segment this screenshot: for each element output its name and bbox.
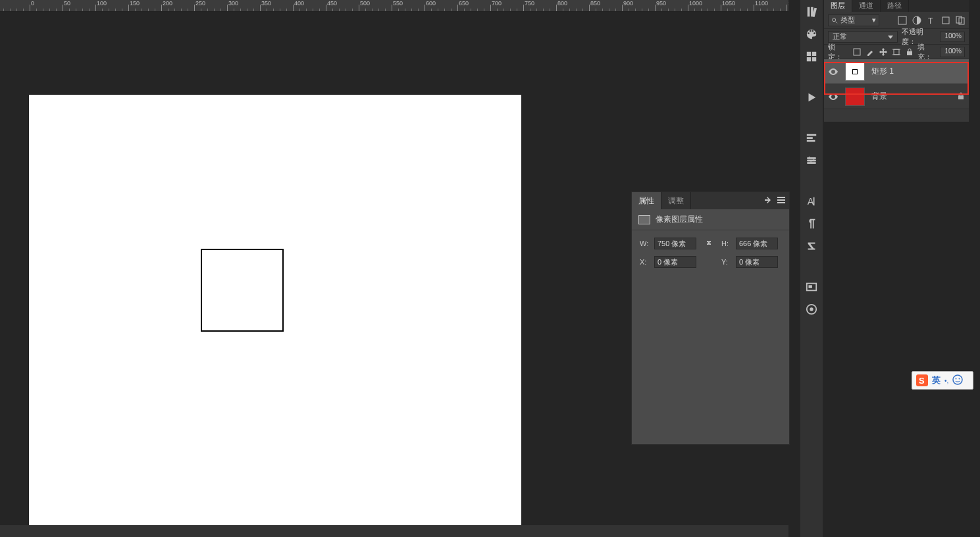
glyphs-icon[interactable] [805,240,818,253]
opacity-input[interactable]: 100% [940,32,965,42]
tab-properties[interactable]: 属性 [632,192,661,209]
lock-artboard-icon[interactable] [892,48,900,56]
dock-icon-strip: A [800,0,823,537]
horizontal-scrollbar[interactable] [0,525,788,537]
blend-mode-value: 正常 [833,32,847,41]
filter-shape-icon[interactable] [941,16,950,25]
height-label: H: [721,240,731,247]
tab-paths[interactable]: 路径 [881,0,909,12]
sogou-logo-icon[interactable]: S [916,374,928,386]
fill-input[interactable]: 100% [940,47,965,57]
svg-point-6 [833,18,836,21]
lock-pixels-icon[interactable] [866,48,874,56]
layers-panel: 图层 通道 路径 类型 ▾ T 正常 不透明度： 100% 锁定： [824,0,969,122]
y-label: Y: [721,258,731,266]
svg-rect-14 [854,49,860,55]
collapse-icon[interactable] [764,196,772,205]
adjust-icon[interactable] [805,154,818,167]
lock-position-icon[interactable] [879,48,887,56]
svg-text:A: A [808,196,814,207]
visibility-toggle-icon[interactable] [828,66,838,77]
width-input[interactable] [654,238,696,249]
info-circle-icon[interactable] [805,303,818,316]
link-dimensions-icon[interactable] [702,239,716,248]
svg-rect-18 [907,51,912,55]
navigator-icon[interactable] [805,280,818,294]
ime-punct-icon[interactable]: •, [944,377,948,384]
x-label: X: [640,258,649,266]
svg-text:T: T [928,16,933,25]
properties-subtitle: 像素图层属性 [656,214,703,225]
svg-line-7 [836,21,838,23]
width-label: W: [640,240,649,247]
ime-toolbar[interactable]: S 英 •, [912,371,973,390]
svg-rect-15 [894,49,899,55]
layer-thumbnail[interactable] [845,88,865,106]
lock-all-icon[interactable] [906,48,914,56]
tab-adjustments[interactable]: 调整 [661,192,691,209]
ruler-horizontal: 0501001502002503003504004505005506006507… [0,0,788,12]
tab-channels[interactable]: 通道 [852,0,881,12]
svg-point-5 [810,307,813,311]
svg-point-22 [953,375,962,384]
svg-text:S: S [919,376,925,386]
svg-point-23 [956,378,957,380]
emoji-icon[interactable] [952,374,963,386]
align-icon[interactable] [805,132,818,145]
lock-transparent-icon[interactable] [853,48,861,56]
filter-pixel-icon[interactable] [898,16,907,25]
svg-rect-11 [942,17,949,24]
filter-type-label: 类型 [840,15,855,25]
svg-rect-19 [958,95,964,99]
height-input[interactable] [736,238,778,249]
filter-type-select[interactable]: 类型 ▾ [828,14,879,26]
lock-label: 锁定： [828,42,849,62]
lock-icon [957,92,965,101]
document-canvas[interactable] [29,95,521,532]
paragraph-icon[interactable] [805,217,818,230]
history-icon[interactable] [805,5,818,18]
swatches-icon[interactable] [805,50,818,63]
svg-rect-8 [898,16,906,24]
visibility-toggle-icon[interactable] [828,91,838,102]
color-icon[interactable] [805,28,818,41]
blend-mode-select[interactable]: 正常 [828,31,898,43]
svg-point-24 [959,378,960,380]
tab-layers[interactable]: 图层 [824,0,852,12]
fill-label: 填充： [917,42,937,62]
picture-icon [638,215,650,224]
rectangle-shape[interactable] [201,249,284,332]
layer-thumbnail[interactable] [845,63,865,81]
layer-name[interactable]: 矩形 1 [871,66,965,77]
layer-name[interactable]: 背景 [871,91,950,102]
properties-panel: 属性 调整 像素图层属性 W: H: X: Y: [631,192,790,445]
ime-lang[interactable]: 英 [932,374,941,386]
filter-adjust-icon[interactable] [912,16,921,25]
layer-row-rectangle[interactable]: 矩形 1 [824,59,969,84]
svg-rect-1 [813,197,815,206]
y-input[interactable] [736,256,778,268]
character-icon[interactable]: A [805,195,818,208]
layer-row-background[interactable]: 背景 [824,84,969,109]
filter-type-text-icon[interactable]: T [927,16,936,25]
play-icon[interactable] [805,91,818,104]
panel-menu-icon[interactable] [777,196,785,205]
svg-rect-3 [809,285,812,288]
filter-smart-icon[interactable] [956,16,965,25]
x-input[interactable] [654,256,696,268]
